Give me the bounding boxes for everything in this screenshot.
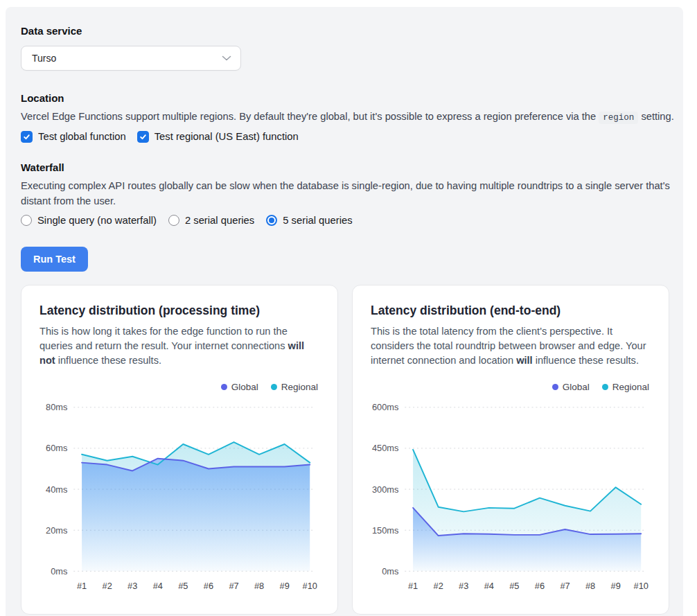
svg-text:#5: #5	[178, 581, 188, 591]
svg-text:#9: #9	[280, 581, 290, 591]
svg-text:300ms: 300ms	[372, 484, 398, 495]
svg-text:150ms: 150ms	[372, 525, 398, 536]
radio-label: Single query (no waterfall)	[37, 215, 157, 226]
location-heading: Location	[21, 92, 675, 104]
charts-row: Latency distribution (processing time) T…	[21, 285, 675, 615]
svg-text:20ms: 20ms	[46, 525, 67, 536]
legend-label: Global	[231, 382, 258, 392]
card-latency-processing: Latency distribution (processing time) T…	[21, 285, 338, 615]
radio-icon	[168, 215, 179, 226]
checkbox-test-global-function[interactable]: Test global function	[21, 131, 126, 143]
svg-text:#2: #2	[434, 581, 443, 591]
main-panel: Data service Turso Location Vercel Edge …	[6, 7, 683, 616]
radio-label: 5 serial queries	[283, 215, 352, 226]
legend-dot-regional	[602, 384, 608, 390]
checkbox-label: Test regional (US East) function	[155, 131, 299, 142]
data-service-heading: Data service	[21, 25, 675, 37]
card-title: Latency distribution (processing time)	[39, 303, 319, 318]
checkbox-label: Test global function	[38, 131, 126, 142]
svg-text:#10: #10	[303, 581, 317, 591]
svg-text:#3: #3	[127, 581, 137, 591]
legend-dot-global	[552, 384, 558, 390]
location-description: Vercel Edge Functions support multiple r…	[21, 109, 675, 125]
checkbox-icon	[137, 131, 149, 143]
svg-text:#2: #2	[103, 581, 112, 591]
svg-text:#6: #6	[204, 581, 213, 591]
waterfall-description: Executing complex API routes globally ca…	[21, 178, 675, 209]
latency-chart-end-to-end: 0ms150ms300ms450ms600ms#1#2#3#4#5#6#7#8#…	[371, 399, 651, 596]
radio-label: 2 serial queries	[185, 215, 254, 226]
card-title: Latency distribution (end-to-end)	[371, 303, 651, 318]
radio-2-serial-queries[interactable]: 2 serial queries	[168, 215, 254, 226]
legend-dot-global	[221, 384, 227, 390]
svg-text:#1: #1	[77, 581, 87, 591]
radio-icon	[266, 215, 277, 226]
svg-text:80ms: 80ms	[46, 403, 67, 413]
chart-legend: Global Regional	[39, 382, 318, 392]
run-test-button[interactable]: Run Test	[21, 247, 88, 272]
data-service-select-value: Turso	[32, 53, 56, 64]
legend-label: Regional	[612, 382, 649, 392]
svg-text:#8: #8	[585, 581, 595, 591]
svg-text:#10: #10	[634, 581, 649, 591]
card-description: This is the total latency from the clien…	[371, 324, 651, 368]
svg-text:#3: #3	[459, 581, 468, 591]
radio-single-query[interactable]: Single query (no waterfall)	[21, 215, 157, 226]
card-description-text: This is how long it takes for the edge f…	[39, 326, 288, 351]
legend-label: Regional	[281, 382, 318, 392]
svg-text:#1: #1	[408, 581, 418, 591]
svg-text:600ms: 600ms	[372, 403, 398, 413]
legend-item-global[interactable]: Global	[221, 382, 258, 392]
location-checkbox-row: Test global function Test regional (US E…	[21, 131, 675, 143]
card-latency-end-to-end: Latency distribution (end-to-end) This i…	[352, 285, 669, 615]
card-description-tail: influence these results.	[533, 355, 639, 366]
svg-text:#5: #5	[509, 581, 519, 591]
svg-text:60ms: 60ms	[46, 443, 67, 454]
svg-text:#6: #6	[535, 581, 545, 591]
checkbox-test-regional-function[interactable]: Test regional (US East) function	[137, 131, 299, 143]
svg-text:40ms: 40ms	[46, 484, 67, 495]
latency-chart-processing-time: 0ms20ms40ms60ms80ms#1#2#3#4#5#6#7#8#9#10	[39, 399, 319, 596]
data-service-select[interactable]: Turso	[21, 46, 241, 71]
radio-5-serial-queries[interactable]: 5 serial queries	[266, 215, 352, 226]
svg-text:#7: #7	[229, 581, 238, 591]
svg-text:#4: #4	[153, 581, 163, 591]
svg-text:#9: #9	[611, 581, 621, 591]
radio-icon	[21, 215, 32, 226]
waterfall-heading: Waterfall	[21, 161, 675, 173]
checkbox-icon	[21, 131, 33, 143]
legend-item-regional[interactable]: Regional	[271, 382, 318, 392]
legend-label: Global	[563, 382, 590, 392]
svg-text:#4: #4	[484, 581, 494, 591]
card-description-tail: influence these results.	[55, 355, 161, 366]
waterfall-radio-row: Single query (no waterfall) 2 serial que…	[21, 215, 675, 226]
legend-dot-regional	[271, 384, 277, 390]
card-description: This is how long it takes for the edge f…	[39, 324, 319, 368]
svg-text:#7: #7	[560, 581, 570, 591]
legend-item-regional[interactable]: Regional	[602, 382, 649, 392]
location-description-tail: setting.	[638, 111, 673, 122]
region-code-chip: region	[599, 112, 638, 124]
location-description-text: Vercel Edge Functions support multiple r…	[21, 111, 599, 122]
legend-item-global[interactable]: Global	[552, 382, 590, 392]
svg-text:0ms: 0ms	[382, 566, 398, 577]
svg-text:#8: #8	[254, 581, 264, 591]
chevron-down-icon	[222, 55, 231, 61]
svg-text:0ms: 0ms	[51, 566, 67, 577]
card-description-bold: will	[516, 355, 533, 366]
svg-text:450ms: 450ms	[372, 443, 398, 454]
chart-legend: Global Regional	[371, 382, 649, 392]
